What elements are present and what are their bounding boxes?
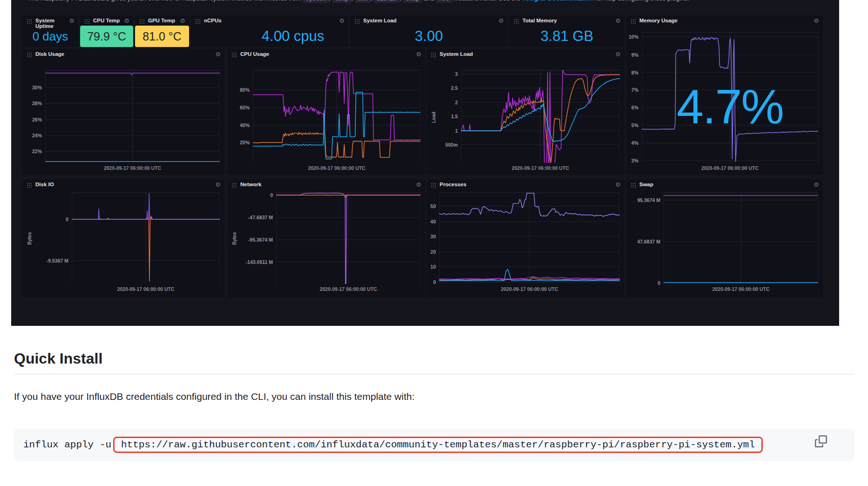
panel-swap: Swap⚙95.3674 M47.6837 M02020-09-17 06:00…	[626, 179, 823, 298]
y-axis-tick: 7%	[631, 87, 638, 93]
quick-install-heading: Quick Install	[14, 350, 854, 374]
y-axis-tick: 20	[430, 249, 436, 255]
panel-title: Memory Usage	[639, 18, 811, 23]
gear-icon: ⚙	[416, 181, 421, 188]
panel-system-load: System Load⚙3.00	[350, 15, 508, 47]
panel-title: Network	[240, 182, 413, 187]
chart-plot-area	[276, 192, 420, 284]
y-axis-label: Load	[431, 112, 436, 123]
y-axis-tick: 40	[430, 219, 436, 224]
x-axis-label: 2020-09-17 06:00:00 UTC	[276, 286, 420, 292]
code-block: influx apply -uhttps://raw.githubusercon…	[14, 429, 854, 461]
panel-cpu-usage: CPU Usage⚙80%60%40%20%2020-09-17 06:00:0…	[227, 49, 425, 175]
y-axis-tick: 30	[430, 234, 436, 239]
code-chip: swap	[403, 0, 422, 3]
x-axis-label: 2020-09-17 06:00:00 UTC	[45, 165, 220, 171]
y-axis-tick: 60%	[240, 105, 250, 110]
y-axis-tick: 1	[455, 128, 458, 134]
drag-handle-icon	[139, 19, 144, 24]
y-axis-tick: 2.5	[451, 85, 458, 91]
panel-title: GPU Temp	[148, 18, 177, 23]
panel-title: nCPUs	[204, 18, 336, 23]
panel-title: CPU Temp	[93, 18, 121, 23]
stat-value: 81.0 °C	[135, 26, 189, 47]
stat-value: 3.00	[350, 26, 508, 47]
code-chip: system	[303, 0, 328, 3]
gear-icon: ⚙	[615, 181, 621, 188]
y-axis-tick: 0	[270, 192, 273, 198]
drag-handle-icon	[195, 19, 200, 24]
y-axis-tick: 24%	[32, 133, 42, 138]
y-axis-tick: 1.5	[451, 114, 458, 119]
gear-icon: ⚙	[615, 17, 621, 24]
code-chip: temp	[332, 0, 351, 3]
y-axis-tick: 26%	[32, 117, 42, 122]
chart-plot-area	[45, 70, 220, 163]
y-axis-tick: 3	[455, 71, 458, 77]
drag-handle-icon	[27, 52, 32, 57]
panel-processes: Processes⚙504030201002020-09-17 06:00:00…	[427, 179, 624, 298]
gear-icon: ⚙	[69, 17, 75, 24]
x-axis-label: 2020-09-17 06:00:00 UTC	[664, 286, 818, 292]
panel-gpu-temp: GPU Temp⚙81.0 °C	[135, 15, 189, 47]
panel-cpu-temp: CPU Temp⚙79.9 °C	[80, 15, 133, 47]
code-chip: mem	[355, 0, 371, 3]
drag-handle-icon	[27, 182, 32, 188]
chart-plot-area	[461, 70, 620, 163]
y-axis-tick: 500m	[445, 142, 458, 148]
y-axis-tick: -143.0511 M	[246, 259, 273, 265]
panel-system-uptime: System Uptime⚙0 days	[22, 15, 78, 47]
chart-plot-area	[253, 70, 420, 163]
y-axis-tick: 0	[433, 279, 436, 285]
drag-handle-icon	[431, 182, 436, 188]
panel-title: CPU Usage	[240, 51, 413, 57]
dashboard-screenshot[interactable]: The Raspberry Pi Dashboard gives you an …	[11, 0, 839, 326]
chart-plot-area	[439, 192, 620, 284]
url-annotation-box: https://raw.githubusercontent.com/influx…	[113, 437, 763, 453]
y-axis-tick: 20%	[240, 140, 250, 145]
code-url: https://raw.githubusercontent.com/influx…	[121, 439, 755, 450]
copy-icon[interactable]	[815, 435, 828, 448]
drag-handle-icon	[231, 52, 237, 57]
panel-title: System Load	[363, 18, 495, 23]
code-command: influx apply -u	[23, 439, 111, 450]
x-axis-label: 2020-09-17 06:00:00 UTC	[461, 165, 620, 171]
y-axis-label: Bytes	[232, 232, 237, 244]
panel-ncpus: nCPUs⚙4.00 cpus	[191, 15, 348, 47]
y-axis-tick: -95.3674 M	[248, 237, 273, 243]
gear-icon: ⚙	[215, 181, 221, 188]
gear-icon: ⚙	[339, 17, 345, 24]
y-axis-tick: 4%	[631, 140, 638, 146]
y-axis-tick: 10	[430, 264, 436, 270]
drag-handle-icon	[84, 19, 89, 24]
y-axis-tick: 50	[430, 203, 436, 209]
panel-system-load-chart: System Load⚙32.521.51500mLoad2020-09-17 …	[427, 49, 624, 175]
y-axis-tick: 3%	[631, 158, 638, 163]
y-axis-tick: 0	[658, 280, 660, 286]
panel-network: Network⚙0-47.6837 M-95.3674 M-143.0511 M…	[227, 179, 425, 298]
drag-handle-icon	[231, 182, 237, 188]
drag-handle-icon	[27, 19, 32, 24]
y-axis-tick: 28%	[32, 101, 42, 106]
code-chip: net	[436, 0, 452, 3]
y-axis-tick: 40%	[240, 122, 250, 128]
intro-text: The Raspberry Pi Dashboard gives you an …	[28, 0, 825, 4]
gear-icon: ⚙	[498, 17, 504, 24]
x-axis-label: 2020-09-17 06:00:00 UTC	[439, 286, 620, 292]
y-axis-tick: 6%	[631, 105, 638, 110]
y-axis-tick: 0	[66, 216, 68, 222]
y-axis-tick: 5%	[631, 122, 638, 128]
y-axis-tick: 95.3674 M	[637, 197, 660, 203]
stat-value: 79.9 °C	[80, 26, 133, 47]
panel-disk-usage: Disk Usage⚙30%28%26%24%22%2020-09-17 06:…	[22, 49, 224, 175]
panel-title: Processes	[440, 182, 612, 187]
y-axis-tick: 30%	[32, 85, 42, 90]
stat-value: 0 days	[22, 26, 78, 47]
drag-handle-icon	[631, 182, 636, 188]
panel-title: Disk IO	[35, 182, 212, 187]
y-axis-tick: 8%	[631, 70, 638, 75]
stat-value: 4.00 cpus	[191, 26, 348, 47]
big-stat-value: 4.7%	[642, 41, 818, 172]
y-axis-label: Bytes	[27, 232, 32, 244]
gear-icon: ⚙	[180, 17, 185, 24]
